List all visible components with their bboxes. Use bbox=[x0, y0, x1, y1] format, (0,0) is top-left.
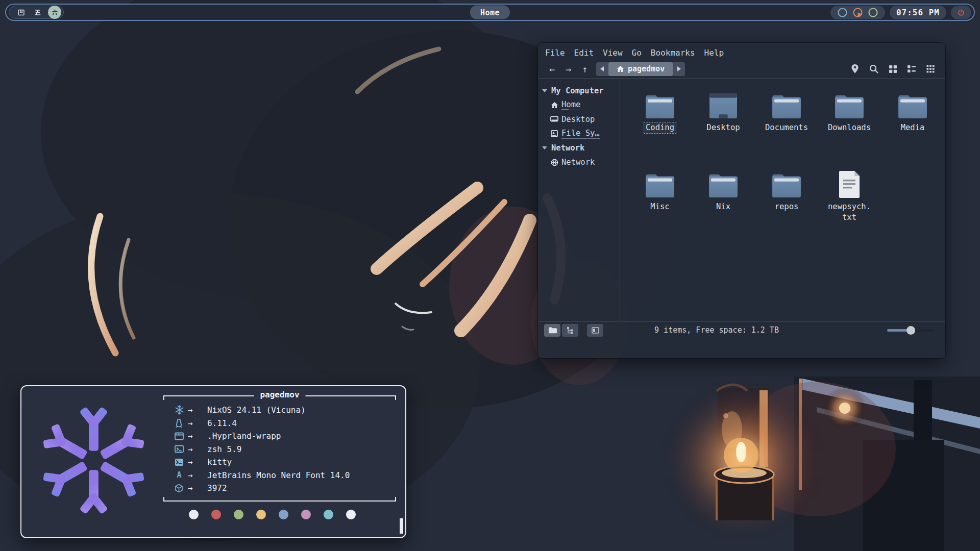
palette-swatch bbox=[279, 510, 288, 519]
active-window-title: Home bbox=[470, 6, 510, 19]
show-tree-button[interactable] bbox=[562, 324, 578, 337]
folder-icon bbox=[707, 172, 739, 198]
location-button[interactable] bbox=[850, 64, 860, 73]
os-value: NixOS 24.11 (Vicuna) bbox=[207, 405, 306, 415]
sidebar-item-label: Home bbox=[561, 100, 580, 110]
file-item-downloads[interactable]: Downloads bbox=[821, 93, 878, 134]
arrow-separator: → bbox=[188, 483, 207, 493]
network-status-icon[interactable] bbox=[837, 7, 848, 18]
file-item-nix[interactable]: Nix bbox=[695, 172, 752, 213]
font-value: JetBrains Mono Nerd Font 14.0 bbox=[207, 470, 350, 480]
path-bar: pagedmov bbox=[596, 62, 685, 76]
arrow-separator: → bbox=[188, 470, 207, 480]
svg-text:A: A bbox=[177, 471, 181, 480]
shell-icon bbox=[175, 445, 188, 453]
file-item-label: repos bbox=[773, 201, 801, 213]
palette-swatch bbox=[324, 510, 333, 519]
fastfetch-row-terminal: → kitty bbox=[175, 456, 391, 469]
show-places-button[interactable] bbox=[544, 324, 560, 337]
sidebar-item-file-system[interactable]: File Sy… bbox=[542, 127, 620, 141]
collapse-triangle-icon bbox=[542, 146, 547, 149]
home-icon bbox=[550, 101, 558, 109]
file-system-icon bbox=[550, 130, 558, 138]
folder-icon bbox=[834, 93, 865, 119]
path-scroll-right-button[interactable] bbox=[673, 62, 685, 76]
arrow-separator: → bbox=[188, 444, 207, 454]
hostname-title: pagedmov bbox=[254, 390, 305, 399]
sidebar-item-desktop[interactable]: Desktop bbox=[542, 112, 620, 127]
sidebar-item-network[interactable]: Network bbox=[542, 155, 620, 169]
icon-zoom-slider[interactable] bbox=[887, 329, 934, 332]
terminal-color-palette bbox=[189, 510, 356, 519]
file-icon-view[interactable]: Coding Desktop Documents bbox=[620, 79, 945, 321]
forward-button[interactable]: → bbox=[560, 62, 577, 76]
menu-view[interactable]: View bbox=[603, 48, 623, 58]
toggle-side-pane-button[interactable] bbox=[587, 324, 603, 337]
sidebar-section-network[interactable]: Network bbox=[542, 141, 620, 155]
kernel-value: 6.11.4 bbox=[207, 418, 237, 428]
file-item-media[interactable]: Media bbox=[884, 93, 941, 134]
workspace-four[interactable]: 四 bbox=[15, 7, 27, 18]
forward-icon: → bbox=[566, 64, 572, 74]
folder-icon bbox=[644, 93, 676, 119]
desktop-folder-icon bbox=[707, 93, 739, 119]
power-icon bbox=[958, 8, 965, 17]
file-item-repos[interactable]: repos bbox=[758, 172, 815, 213]
path-scroll-left-button[interactable] bbox=[596, 62, 608, 76]
battery-status-icon[interactable] bbox=[868, 7, 878, 18]
file-item-label: Nix bbox=[714, 201, 732, 213]
slider-fill bbox=[887, 329, 908, 332]
arrow-separator: → bbox=[188, 418, 207, 428]
slider-handle[interactable] bbox=[906, 326, 915, 335]
list-view-icon bbox=[907, 65, 916, 73]
volume-status-icon[interactable] bbox=[852, 7, 863, 18]
menu-file[interactable]: File bbox=[545, 48, 565, 58]
folder-icon bbox=[771, 172, 802, 198]
back-icon: ← bbox=[550, 64, 555, 74]
path-segment-current[interactable]: pagedmov bbox=[608, 62, 673, 76]
file-manager-window: File Edit View Go Bookmarks Help ← → ↑ p… bbox=[537, 42, 946, 359]
file-item-newpsych-txt[interactable]: newpsych.txt bbox=[821, 170, 878, 223]
compact-view-button[interactable] bbox=[926, 64, 935, 73]
sidebar-section-my-computer[interactable]: My Computer bbox=[542, 84, 620, 98]
workspace-five[interactable]: 五 bbox=[32, 7, 43, 18]
top-status-bar: 四 五 六 Home bbox=[5, 4, 975, 21]
collapse-triangle-icon bbox=[542, 89, 547, 92]
power-button[interactable] bbox=[951, 6, 971, 19]
up-button[interactable]: ↑ bbox=[577, 62, 593, 76]
menu-bookmarks[interactable]: Bookmarks bbox=[651, 48, 695, 58]
menu-go[interactable]: Go bbox=[632, 48, 642, 58]
menu-edit[interactable]: Edit bbox=[574, 48, 594, 58]
file-item-label: Downloads bbox=[826, 122, 873, 134]
workspace-four-glyph bbox=[17, 9, 25, 16]
shell-value: zsh 5.9 bbox=[207, 444, 241, 454]
tree-pane-icon bbox=[567, 327, 574, 334]
file-item-label: Media bbox=[899, 122, 927, 134]
list-view-button[interactable] bbox=[907, 64, 916, 73]
fastfetch-row-kernel: → 6.11.4 bbox=[175, 417, 391, 430]
file-item-label: Coding bbox=[644, 122, 676, 134]
location-pin-icon bbox=[851, 64, 859, 73]
toolbar-view-controls bbox=[850, 64, 939, 73]
workspace-six-active[interactable]: 六 bbox=[48, 6, 61, 19]
arrow-separator: → bbox=[188, 431, 207, 441]
up-icon: ↑ bbox=[582, 64, 588, 74]
fastfetch-row-os: → NixOS 24.11 (Vicuna) bbox=[175, 404, 391, 417]
icon-view-button[interactable] bbox=[888, 64, 897, 73]
palette-swatch bbox=[256, 510, 266, 519]
terminal-window[interactable]: pagedmov → NixOS 24.11 (Vicuna) bbox=[20, 385, 406, 538]
fastfetch-row-packages: → 3972 bbox=[175, 482, 391, 495]
file-item-desktop[interactable]: Desktop bbox=[695, 93, 752, 134]
file-item-documents[interactable]: Documents bbox=[758, 93, 815, 134]
search-button[interactable] bbox=[869, 64, 878, 73]
menu-help[interactable]: Help bbox=[704, 48, 724, 58]
back-button[interactable]: ← bbox=[544, 62, 560, 76]
palette-swatch bbox=[346, 510, 356, 519]
file-item-coding[interactable]: Coding bbox=[631, 93, 689, 134]
sidebar-item-home[interactable]: Home bbox=[542, 98, 620, 112]
file-item-misc[interactable]: Misc bbox=[631, 172, 689, 213]
sidebar-item-label: Desktop bbox=[561, 115, 595, 124]
status-indicators bbox=[830, 6, 885, 19]
sidebar-section-label: My Computer bbox=[551, 86, 604, 95]
clock-widget[interactable]: 07:56 PM bbox=[890, 6, 946, 19]
